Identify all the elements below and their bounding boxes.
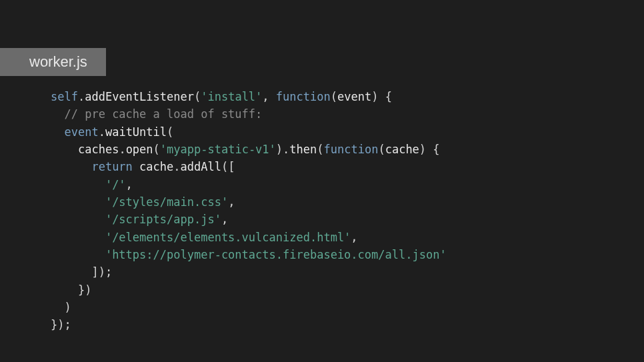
token-punc: ,: [262, 90, 275, 103]
token-punc: (: [331, 90, 337, 103]
token-comment: // pre cache a load of stuff:: [64, 107, 262, 121]
token-method: addAll: [181, 160, 221, 173]
token-punc: (: [167, 125, 173, 139]
token-punc: {: [426, 143, 439, 156]
code-content: self.addEventListener('install', functio…: [51, 88, 447, 334]
token-punc: ): [99, 265, 105, 279]
file-tab-label: worker.js: [29, 53, 87, 70]
token-method: cache: [139, 160, 173, 173]
token-string: '/styles/main.css': [105, 195, 228, 209]
token-punc: (: [378, 143, 385, 156]
token-var: event: [64, 125, 98, 139]
token-punc: (: [194, 90, 201, 103]
token-punc: .: [78, 90, 85, 103]
file-tab[interactable]: worker.js: [0, 48, 106, 76]
token-punc: (: [153, 143, 160, 156]
token-punc: ): [276, 143, 283, 156]
token-param: cache: [385, 143, 419, 156]
token-punc: ): [57, 318, 64, 331]
token-punc: .: [173, 160, 180, 173]
token-punc: .: [99, 125, 105, 139]
token-punc: (: [317, 143, 323, 156]
token-punc: .: [283, 143, 289, 156]
token-punc: ): [64, 301, 71, 314]
token-punc: (: [221, 160, 228, 173]
token-punc: ;: [105, 265, 112, 279]
token-punc: ): [85, 283, 91, 297]
token-string: '/elements/elements.vulcanized.html': [105, 231, 351, 244]
token-string: 'myapp-static-v1': [160, 143, 276, 156]
token-punc: }: [51, 318, 57, 331]
token-punc: ,: [228, 195, 235, 209]
token-method: addEventListener: [85, 90, 194, 103]
token-method: then: [289, 143, 317, 156]
token-punc: ;: [65, 318, 71, 331]
token-string: 'install': [201, 90, 262, 103]
token-string: 'https://polymer-contacts.firebaseio.com…: [105, 248, 447, 261]
token-var: self: [51, 90, 78, 103]
token-method: waitUntil: [105, 125, 167, 139]
token-punc: ,: [126, 178, 133, 191]
token-punc: }: [78, 283, 85, 297]
token-punc: ,: [221, 213, 228, 226]
token-punc: ]: [91, 265, 98, 279]
token-keyword: return: [91, 160, 132, 173]
token-keyword: function: [276, 90, 331, 103]
token-punc: ): [371, 90, 378, 103]
token-punc: [: [228, 160, 235, 173]
token-param: event: [337, 90, 371, 103]
token-punc: .: [119, 143, 125, 156]
token-method: open: [126, 143, 153, 156]
token-string: '/scripts/app.js': [105, 213, 221, 226]
token-punc: {: [378, 90, 391, 103]
token-method: caches: [78, 143, 119, 156]
token-keyword: function: [324, 143, 379, 156]
token-punc: ): [419, 143, 426, 156]
token-string: '/': [105, 178, 126, 191]
token-punc: ,: [351, 231, 357, 244]
